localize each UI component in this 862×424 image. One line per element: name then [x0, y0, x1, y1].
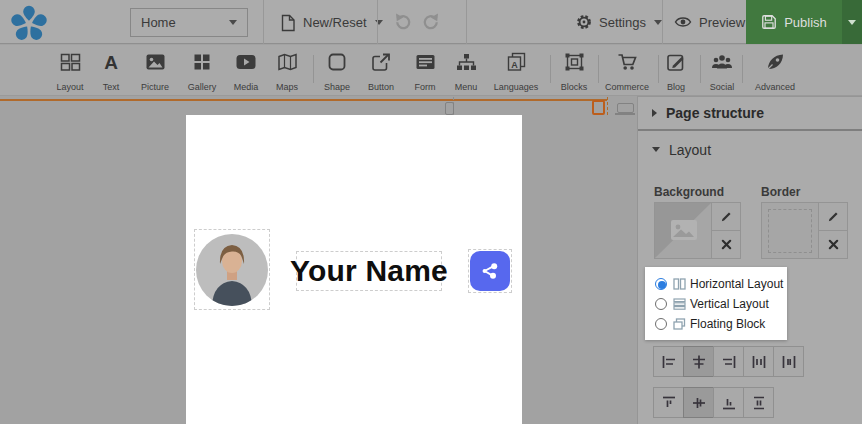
toolbar-item-menu[interactable]: Menu — [444, 52, 488, 92]
tablet-breakpoint-icon[interactable] — [592, 100, 605, 115]
background-label: Background — [654, 185, 724, 199]
toolbar-item-shape[interactable]: Shape — [315, 52, 359, 92]
form-icon — [415, 52, 436, 72]
new-page-icon — [280, 14, 296, 32]
toolbar-item-layout[interactable]: Layout — [48, 52, 92, 92]
border-placeholder-icon — [768, 209, 812, 253]
toolbar-item-label: Social — [710, 82, 735, 92]
share-button[interactable] — [470, 251, 510, 291]
page-canvas[interactable]: Your Name — [186, 115, 522, 424]
toolbar-item-label: Maps — [276, 82, 298, 92]
align-bottom-button[interactable] — [713, 387, 744, 418]
toolbar-item-label: Media — [234, 82, 259, 92]
redo-icon — [422, 12, 442, 32]
toolbar-item-label: Gallery — [188, 82, 217, 92]
text-icon: A — [101, 52, 121, 72]
toolbar-item-label: Blog — [667, 82, 685, 92]
avatar-widget[interactable] — [194, 229, 270, 310]
toolbar-item-social[interactable]: Social — [702, 52, 742, 92]
align-top-button[interactable] — [653, 387, 684, 418]
align-center-vertical-button[interactable] — [683, 387, 714, 418]
section-title: Page structure — [666, 105, 764, 121]
toolbar-item-languages[interactable]: A Languages — [488, 52, 544, 92]
toolbar-item-text[interactable]: A Text — [89, 52, 133, 92]
toolbar-item-button[interactable]: Button — [359, 52, 403, 92]
pencil-icon — [720, 210, 733, 223]
vertical-align-toolbar — [653, 387, 774, 418]
toolbar-item-blocks[interactable]: Blocks — [552, 52, 596, 92]
name-text-widget[interactable]: Your Name — [296, 251, 442, 291]
laptop-breakpoint-icon[interactable] — [617, 103, 634, 113]
toolbar-item-picture[interactable]: Picture — [133, 52, 177, 92]
settings-label: Settings — [599, 15, 646, 30]
background-control — [654, 202, 741, 259]
align-right-button[interactable] — [713, 346, 744, 377]
border-preview[interactable] — [761, 202, 819, 259]
layout-icon — [60, 52, 81, 72]
publish-options-button[interactable] — [842, 0, 862, 44]
breakpoint-marker-tablet — [607, 97, 608, 115]
blog-pencil-icon — [666, 52, 686, 72]
layout-option-floating[interactable]: Floating Block — [655, 314, 787, 334]
page-selector-dropdown[interactable]: Home — [130, 8, 248, 37]
toolbar-item-advanced[interactable]: Advanced — [748, 52, 802, 92]
toolbar-item-form[interactable]: Form — [403, 52, 447, 92]
toolbar-item-maps[interactable]: Maps — [265, 52, 309, 92]
gallery-icon — [192, 52, 212, 72]
cart-icon — [617, 52, 638, 72]
layout-type-radio-group: Horizontal Layout Vertical Layout Floati… — [645, 267, 787, 340]
distribute-horizontal-button[interactable] — [743, 346, 774, 377]
toolbar-item-label: Advanced — [755, 82, 795, 92]
fit-horizontal-button[interactable] — [773, 346, 804, 377]
layout-option-horizontal[interactable]: Horizontal Layout — [655, 274, 787, 294]
svg-text:A: A — [511, 60, 518, 70]
chevron-down-icon — [652, 147, 660, 152]
toolbar-item-gallery[interactable]: Gallery — [180, 52, 224, 92]
settings-dropdown[interactable]: Settings — [576, 0, 662, 44]
page-selector-value: Home — [141, 15, 176, 30]
name-text: Your Name — [290, 254, 448, 288]
background-preview[interactable] — [654, 202, 712, 259]
publish-button[interactable]: Publish — [746, 0, 842, 44]
border-clear-button[interactable] — [818, 230, 848, 259]
background-placeholder-icon — [655, 203, 711, 258]
border-control — [761, 202, 848, 259]
toolbar-item-blog[interactable]: Blog — [654, 52, 698, 92]
widgets-toolbar: Layout A Text Picture Gallery — [0, 45, 862, 96]
redo-button[interactable] — [422, 12, 442, 32]
close-icon — [828, 239, 839, 250]
chevron-down-icon — [229, 20, 237, 25]
undo-icon — [392, 12, 412, 32]
close-icon — [721, 239, 732, 250]
border-label: Border — [761, 185, 800, 199]
publish-label: Publish — [784, 15, 827, 30]
horizontal-layout-icon — [673, 278, 686, 290]
toolbar-item-commerce[interactable]: Commerce — [602, 52, 652, 92]
floating-block-icon — [673, 318, 686, 330]
background-clear-button[interactable] — [711, 230, 741, 259]
toolbar-item-label: Layout — [56, 82, 83, 92]
blocks-icon — [564, 52, 585, 72]
share-widget[interactable] — [468, 249, 512, 293]
menu-sitemap-icon — [456, 52, 477, 72]
layout-option-vertical[interactable]: Vertical Layout — [655, 294, 787, 314]
section-page-structure[interactable]: Page structure — [638, 97, 862, 129]
section-layout[interactable]: Layout — [638, 131, 862, 168]
languages-icon: A — [506, 52, 527, 72]
preview-button[interactable]: Preview — [674, 0, 745, 44]
toolbar-item-label: Menu — [455, 82, 478, 92]
border-edit-button[interactable] — [818, 202, 848, 231]
button-icon — [371, 52, 392, 72]
align-center-horizontal-button[interactable] — [683, 346, 714, 377]
toolbar-item-label: Languages — [494, 82, 539, 92]
background-edit-button[interactable] — [711, 202, 741, 231]
horizontal-align-toolbar — [653, 346, 804, 377]
phone-breakpoint-icon[interactable] — [445, 102, 454, 115]
toolbar-item-media[interactable]: Media — [224, 52, 268, 92]
align-left-button[interactable] — [653, 346, 684, 377]
social-people-icon — [711, 52, 733, 72]
new-reset-button[interactable]: New/Reset — [280, 8, 383, 37]
undo-button[interactable] — [392, 12, 412, 32]
media-icon — [235, 52, 257, 72]
stretch-vertical-button[interactable] — [743, 387, 774, 418]
